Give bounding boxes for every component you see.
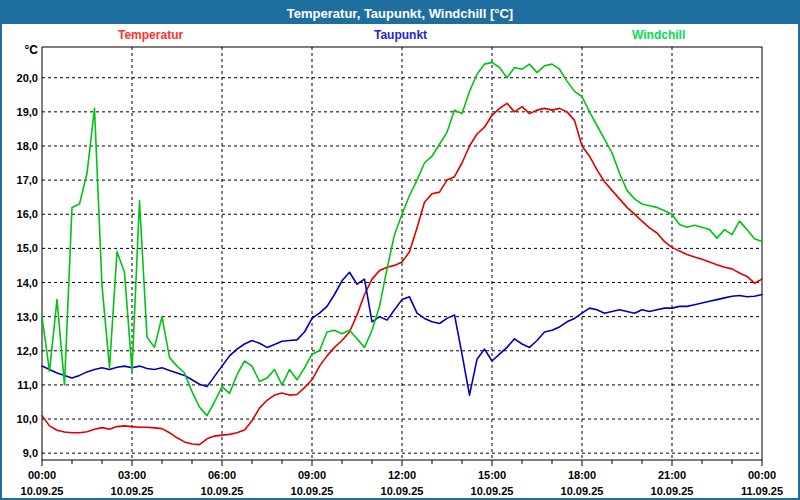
- x-tick-date-label: 10.09.25: [651, 485, 694, 497]
- y-tick-label: 15,0: [17, 242, 38, 254]
- y-tick-label: 12,0: [17, 345, 38, 357]
- y-tick-label: 20,0: [17, 72, 38, 84]
- chart-canvas: 20,019,018,017,016,015,014,013,012,011,0…: [2, 2, 800, 500]
- y-tick-label: 17,0: [17, 174, 38, 186]
- y-tick-label: 9,0: [23, 447, 38, 459]
- x-tick-date-label: 10.09.25: [111, 485, 154, 497]
- y-tick-label: 11,0: [17, 379, 38, 391]
- x-tick-time-label: 06:00: [208, 469, 236, 481]
- x-tick-time-label: 15:00: [478, 469, 506, 481]
- x-tick-time-label: 18:00: [568, 469, 596, 481]
- series-temperatur-line: [42, 103, 762, 444]
- x-tick-date-label: 10.09.25: [291, 485, 334, 497]
- x-tick-date-label: 10.09.25: [381, 485, 424, 497]
- x-tick-time-label: 12:00: [388, 469, 416, 481]
- y-tick-label: 14,0: [17, 277, 38, 289]
- x-tick-date-label: 11.09.25: [741, 485, 783, 497]
- series-taupunkt-line: [42, 272, 762, 395]
- y-tick-label: 16,0: [17, 208, 38, 220]
- x-tick-date-label: 10.09.25: [201, 485, 244, 497]
- y-tick-label: 18,0: [17, 140, 38, 152]
- y-tick-label: 19,0: [17, 106, 38, 118]
- x-tick-date-label: 10.09.25: [21, 485, 64, 497]
- x-tick-time-label: 21:00: [658, 469, 686, 481]
- chart-window: Temperatur, Taupunkt, Windchill [°C] Tem…: [0, 0, 800, 500]
- x-tick-time-label: 09:00: [298, 469, 326, 481]
- y-tick-label: 13,0: [17, 311, 38, 323]
- y-tick-label: 10,0: [17, 413, 38, 425]
- x-tick-date-label: 10.09.25: [471, 485, 514, 497]
- x-tick-date-label: 10.09.25: [561, 485, 604, 497]
- x-tick-time-label: 00:00: [748, 469, 776, 481]
- x-tick-time-label: 03:00: [118, 469, 146, 481]
- x-tick-time-label: 00:00: [28, 469, 56, 481]
